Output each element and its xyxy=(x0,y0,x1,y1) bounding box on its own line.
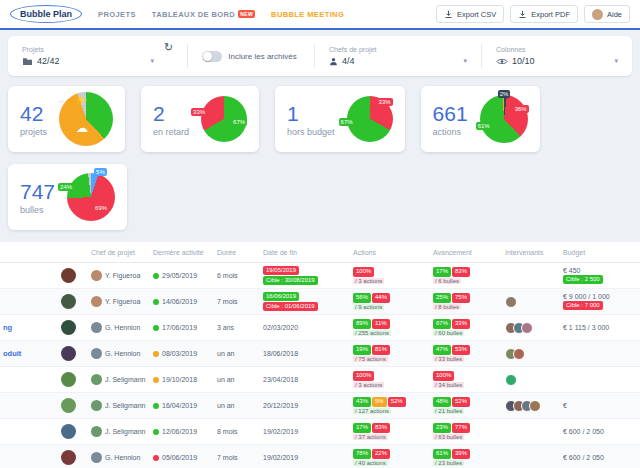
table-row[interactable]: G. Hennion05/06/20197 mois19/02/201978%2… xyxy=(0,445,640,468)
export-pdf-button[interactable]: Export PDF xyxy=(510,5,578,23)
progress-cell: 48%52%/ 21 bulles xyxy=(430,395,502,415)
column-header-duration[interactable]: Durée xyxy=(214,247,260,258)
end-date-cell: 19/02/2019 xyxy=(260,452,350,463)
projects-filter-select[interactable]: 42/42 ▾ xyxy=(22,56,154,66)
activity-status-dot xyxy=(153,273,159,279)
columns-filter-select[interactable]: 10/10 ▾ xyxy=(496,56,618,66)
table-row[interactable]: J. Seligmann12/06/20198 mois19/02/201917… xyxy=(0,419,640,445)
column-header-progress[interactable]: Avancement xyxy=(430,247,502,258)
nav-item-projets[interactable]: PROJETS xyxy=(98,10,136,19)
export-csv-button[interactable]: Export CSV xyxy=(436,5,504,23)
navbar: Bubble Plan PROJETSTABLEAUX DE BORDNEWBU… xyxy=(0,0,640,30)
column-header-budget[interactable]: Budget xyxy=(560,247,640,258)
table-row[interactable]: Y. Figueroa29/05/20196 mois19/05/2019Cib… xyxy=(0,263,640,289)
app-logo[interactable]: Bubble Plan xyxy=(10,5,82,23)
table-row[interactable]: Y. Figueroa14/06/20197 mois16/06/2019Cib… xyxy=(0,289,640,315)
table-row[interactable]: ngG. Hennion17/06/20193 ans02/03/202089%… xyxy=(0,315,640,341)
export-csv-label: Export CSV xyxy=(457,10,496,19)
help-label: Aide xyxy=(607,10,622,19)
divider xyxy=(314,44,315,68)
chevron-down-icon: ▾ xyxy=(150,57,154,65)
actions-cell: 78%22%/ 40 actions xyxy=(350,447,430,467)
actions-percent-pill: 56% xyxy=(353,293,371,302)
project-avatar xyxy=(61,398,76,413)
manager-avatar xyxy=(91,296,102,307)
budget-cell xyxy=(560,352,640,356)
progress-bars: 25%75% xyxy=(433,293,470,302)
project-name-cell xyxy=(0,274,58,278)
end-date: 18/06/2018 xyxy=(263,350,298,357)
activity-status-dot xyxy=(153,351,159,357)
duration-cell: 7 mois xyxy=(214,452,260,463)
last-activity-cell: 14/06/2019 xyxy=(150,296,214,307)
stat-label: projets xyxy=(20,127,47,137)
project-name-link[interactable]: ng xyxy=(3,323,12,332)
archives-toggle[interactable] xyxy=(202,51,222,62)
progress-percent-pill: 61% xyxy=(433,449,451,458)
project-avatar-cell xyxy=(58,266,88,285)
actions-bars: 100% xyxy=(353,371,374,380)
actions-percent-pill: 89% xyxy=(353,319,371,328)
end-date-cell: 16/06/2019Cible : 01/06/2019 xyxy=(260,290,350,313)
column-header-members[interactable]: Intervenants xyxy=(502,247,560,258)
manager-avatar xyxy=(91,270,102,281)
download-icon xyxy=(444,10,453,19)
projects-filter-label: Projets xyxy=(22,46,154,53)
manager-cell: G. Hennion xyxy=(88,320,150,335)
progress-percent-pill: 33% xyxy=(452,319,470,328)
project-avatar-cell xyxy=(58,370,88,389)
help-button[interactable]: Aide xyxy=(584,5,630,23)
stat-pie: 2%36%61% xyxy=(480,95,528,143)
manager-name: Y. Figueroa xyxy=(105,272,140,279)
project-avatar-cell xyxy=(58,396,88,415)
manager-avatar xyxy=(91,452,102,463)
actions-percent-pill: 44% xyxy=(372,293,390,302)
main-nav: PROJETSTABLEAUX DE BORDNEWBUBBLE MEETING xyxy=(98,10,344,19)
activity-date: 14/06/2019 xyxy=(162,298,197,305)
refresh-icon[interactable]: ↻ xyxy=(164,41,173,54)
activity-date: 29/05/2019 xyxy=(162,272,197,279)
manager-cell: Y. Figueroa xyxy=(88,294,150,309)
progress-caption: / 60 bulles xyxy=(433,330,464,336)
manager-cell: J. Seligmann xyxy=(88,398,150,413)
thead-spacer xyxy=(0,247,88,258)
progress-bars: 67%33% xyxy=(433,319,470,328)
stats-section: 42projets☀☁☁2en retard33%67%1hors budget… xyxy=(8,86,632,230)
progress-cell: 25%75%/ 8 bulles xyxy=(430,291,502,311)
nav-item-bubble-meeting[interactable]: BUBBLE MEETING xyxy=(271,10,344,19)
progress-caption: / 63 bulles xyxy=(433,434,464,440)
project-avatar xyxy=(61,294,76,309)
divider xyxy=(481,44,482,68)
project-name-cell xyxy=(0,456,58,460)
column-header-end[interactable]: Date de fin xyxy=(260,247,350,258)
project-name-link[interactable]: oduit xyxy=(3,349,21,358)
activity-date: 08/03/2019 xyxy=(162,350,197,357)
managers-filter-select[interactable]: 4/4 ▾ xyxy=(329,56,467,66)
members-cell xyxy=(502,320,560,336)
columns-filter-value: 10/10 xyxy=(512,56,535,66)
managers-filter-value: 4/4 xyxy=(342,56,355,66)
budget-amount: € 600 / 2 050 xyxy=(563,454,604,461)
progress-bars: 100% xyxy=(433,371,454,380)
table-row[interactable]: J. Seligmann19/10/2018un an23/04/2018100… xyxy=(0,367,640,393)
end-date-cell: 18/06/2018 xyxy=(260,348,350,359)
column-header-actions[interactable]: Actions xyxy=(350,247,430,258)
projects-filter-value: 42/42 xyxy=(37,56,60,66)
column-header-manager[interactable]: Chef de projet xyxy=(88,247,150,258)
nav-item-tableaux-de-bord[interactable]: TABLEAUX DE BORDNEW xyxy=(152,10,255,19)
target-date-badge: Cible : 30/08/2019 xyxy=(263,276,318,285)
table-row[interactable]: J. Seligmann16/04/2019un an20/12/201943%… xyxy=(0,393,640,419)
progress-caption: / 23 bulles xyxy=(433,460,464,466)
stat-text: 2en retard xyxy=(153,102,189,137)
table-row[interactable]: oduitG. Hennion08/03/2019un an18/06/2018… xyxy=(0,341,640,367)
actions-cell: 19%81%/ 75 actions xyxy=(350,343,430,363)
activity-status-dot xyxy=(153,377,159,383)
actions-percent-pill: 11% xyxy=(372,319,390,328)
actions-caption: / 127 actions xyxy=(353,408,391,414)
column-header-activity[interactable]: Dernière activité xyxy=(150,247,214,258)
progress-percent-pill: 83% xyxy=(452,267,470,276)
managers-filter-label: Chefs de projet xyxy=(329,46,467,53)
last-activity-cell: 16/04/2019 xyxy=(150,400,214,411)
progress-percent-pill: 23% xyxy=(433,423,451,432)
progress-percent-pill: 77% xyxy=(452,423,470,432)
